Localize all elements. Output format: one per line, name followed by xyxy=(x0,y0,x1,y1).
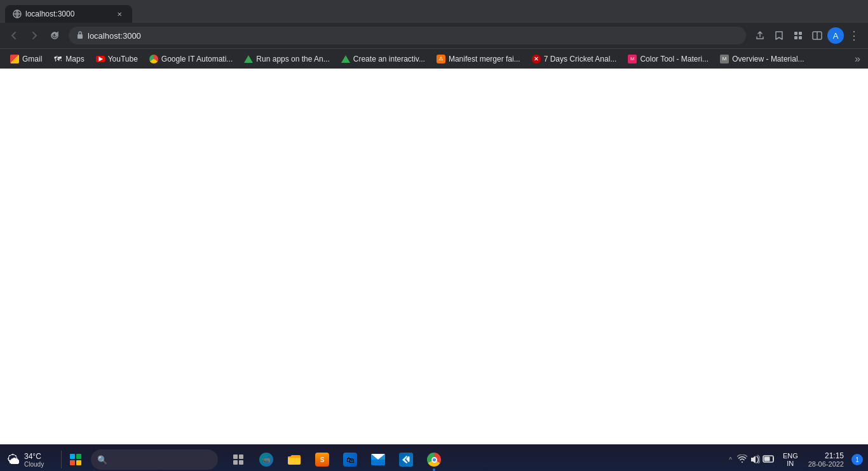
nav-right-icons: A ⋮ xyxy=(751,27,863,44)
taskbar-search[interactable]: 🔍 xyxy=(91,449,218,470)
google-it-favicon xyxy=(149,55,158,63)
bookmark-gmail[interactable]: Gmail xyxy=(5,51,47,67)
bookmark-color-tool-label: Color Tool - Materi... xyxy=(640,55,709,63)
vscode-button[interactable] xyxy=(393,447,419,471)
taskbar-divider xyxy=(61,451,62,468)
clock-date: 28-06-2022 xyxy=(808,460,844,468)
address-bar[interactable]: localhost:3000 xyxy=(69,27,746,44)
share-button[interactable] xyxy=(751,27,769,44)
refresh-button[interactable] xyxy=(46,27,64,44)
bookmark-overview-label: Overview - Material... xyxy=(732,55,804,63)
tray-expand-button[interactable]: ^ xyxy=(728,455,733,465)
meet-button[interactable]: 📹 xyxy=(254,447,279,471)
create-interactive-favicon xyxy=(341,55,350,63)
weather-condition: Cloudy xyxy=(24,461,44,468)
tray-icons xyxy=(735,454,778,465)
address-text: localhost:3000 xyxy=(88,31,738,41)
bookmark-run-apps[interactable]: Run apps on the An... xyxy=(239,51,334,67)
bookmark-color-tool[interactable]: M Color Tool - Materi... xyxy=(623,51,714,67)
clock[interactable]: 21:15 28-06-2022 xyxy=(803,451,849,468)
file-explorer-button[interactable] xyxy=(281,447,307,471)
taskbar-pinned-icons: 📹 S 🛍 xyxy=(226,447,447,471)
weather-info: 34°C Cloudy xyxy=(24,452,44,468)
extensions-button[interactable] xyxy=(789,27,807,44)
ms-store-button[interactable]: 🛍 xyxy=(337,447,363,471)
region-text: IN xyxy=(787,460,794,467)
svg-rect-11 xyxy=(239,454,243,459)
notification-badge[interactable]: 1 xyxy=(851,454,863,465)
navigation-bar: localhost:3000 xyxy=(0,23,868,48)
svg-rect-5 xyxy=(799,32,802,35)
language-region[interactable]: ENG IN xyxy=(779,452,802,467)
bookmark-youtube-label: YouTube xyxy=(108,55,138,63)
active-tab[interactable]: localhost:3000 ✕ xyxy=(5,5,132,23)
chrome-taskbar-button[interactable] xyxy=(421,447,447,471)
start-button[interactable] xyxy=(63,447,88,471)
gmail-favicon xyxy=(10,55,19,63)
sublime-text-button[interactable]: S xyxy=(309,447,335,471)
svg-rect-4 xyxy=(794,32,797,35)
bookmark-manifest-label: Manifest merger fai... xyxy=(449,55,520,63)
tab-favicon xyxy=(13,10,22,18)
weather-widget[interactable]: 🌥 34°C Cloudy xyxy=(3,452,60,468)
maps-favicon: 🗺 xyxy=(53,55,62,63)
svg-rect-7 xyxy=(799,36,802,39)
color-tool-favicon: M xyxy=(628,55,637,63)
bookmarks-more-button[interactable]: » xyxy=(852,53,863,65)
battery-icon[interactable] xyxy=(763,455,775,465)
weather-icon: 🌥 xyxy=(8,453,20,467)
cricket-favicon: ✕ xyxy=(532,55,541,63)
page-content xyxy=(0,69,868,444)
svg-rect-13 xyxy=(239,460,243,465)
forward-button[interactable] xyxy=(25,27,43,44)
browser-chrome: localhost:3000 ✕ xyxy=(0,0,868,69)
mail-button[interactable] xyxy=(365,447,391,471)
bookmark-button[interactable] xyxy=(770,27,788,44)
run-apps-favicon xyxy=(244,55,253,63)
svg-rect-10 xyxy=(233,454,238,459)
bookmark-google-it[interactable]: Google IT Automati... xyxy=(144,51,238,67)
bookmark-maps[interactable]: 🗺 Maps xyxy=(48,51,89,67)
svg-rect-3 xyxy=(78,34,83,39)
bookmark-maps-label: Maps xyxy=(65,55,84,63)
split-view-button[interactable] xyxy=(808,27,826,44)
bookmark-create-interactive-label: Create an interactiv... xyxy=(353,55,425,63)
bookmark-google-it-label: Google IT Automati... xyxy=(161,55,233,63)
taskbar: 🌥 34°C Cloudy 🔍 xyxy=(0,444,868,471)
svg-rect-6 xyxy=(794,36,797,39)
menu-button[interactable]: ⋮ xyxy=(845,27,863,44)
system-tray: ^ xyxy=(728,451,865,468)
profile-button[interactable]: A xyxy=(827,27,844,44)
bookmark-run-apps-label: Run apps on the An... xyxy=(256,55,329,63)
bookmarks-bar: Gmail 🗺 Maps YouTube Google IT Automati.… xyxy=(0,48,868,69)
bookmark-cricket-label: 7 Days Cricket Anal... xyxy=(544,55,617,63)
language-text: ENG xyxy=(783,452,798,460)
back-button[interactable] xyxy=(5,27,23,44)
volume-icon[interactable] xyxy=(750,454,760,465)
task-view-button[interactable] xyxy=(226,447,251,471)
youtube-favicon xyxy=(96,55,105,63)
bookmark-gmail-label: Gmail xyxy=(22,55,42,63)
manifest-favicon: ⚠ xyxy=(437,55,445,63)
weather-temperature: 34°C xyxy=(24,452,44,461)
tab-bar: localhost:3000 ✕ xyxy=(0,0,868,23)
bookmark-youtube[interactable]: YouTube xyxy=(91,51,143,67)
network-icon[interactable] xyxy=(737,454,747,465)
overview-favicon: M xyxy=(720,55,729,63)
clock-time: 21:15 xyxy=(825,451,844,460)
svg-rect-16 xyxy=(764,456,770,461)
bookmark-manifest[interactable]: ⚠ Manifest merger fai... xyxy=(431,51,526,67)
svg-rect-12 xyxy=(233,460,238,465)
bookmark-cricket[interactable]: ✕ 7 Days Cricket Anal... xyxy=(527,51,622,67)
taskbar-search-icon: 🔍 xyxy=(97,455,107,465)
security-icon xyxy=(76,30,84,41)
tab-title: localhost:3000 xyxy=(25,10,111,18)
bookmark-overview[interactable]: M Overview - Material... xyxy=(715,51,809,67)
bookmark-create-interactive[interactable]: Create an interactiv... xyxy=(336,51,430,67)
tab-close-button[interactable]: ✕ xyxy=(114,9,125,19)
windows-logo xyxy=(70,454,81,465)
